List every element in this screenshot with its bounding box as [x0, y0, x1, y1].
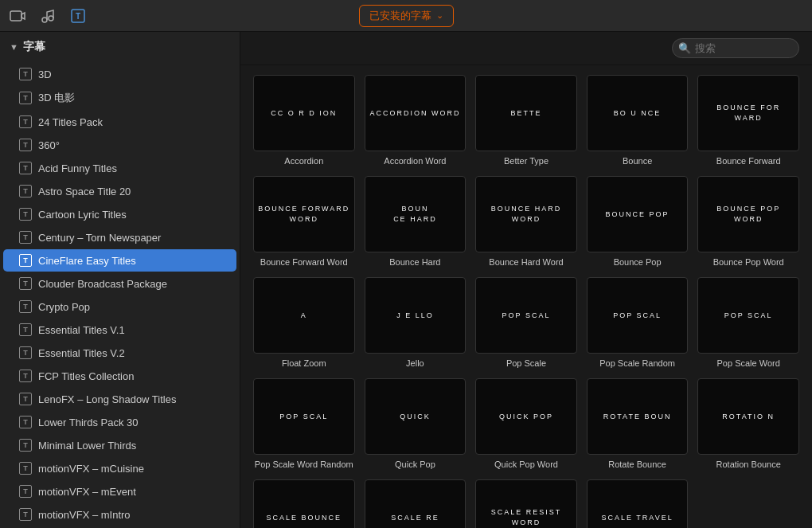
grid-item[interactable]: SCALE TRAVEL — [587, 479, 689, 528]
sidebar-item-11[interactable]: TEssential Titles V.1 — [3, 319, 236, 341]
t-icon: T — [19, 277, 32, 290]
main-content: ▼ 字幕 T3DT3D 电影T24 Titles PackT360°TAcid … — [0, 32, 812, 528]
grid-thumb: BO U NCE — [587, 75, 689, 151]
sidebar-item-18[interactable]: TmotionVFX – mEvent — [3, 480, 236, 503]
t-icon: T — [19, 162, 32, 174]
t-icon: T — [19, 92, 32, 104]
grid-item[interactable]: BETTEBetter Type — [475, 75, 577, 166]
thumb-preview-text: ACCORDION WORD — [366, 105, 463, 122]
installed-subtitles-dropdown[interactable]: 已安装的字幕 ⌄ — [359, 5, 454, 27]
sidebar-item-label: Lower Thirds Pack 30 — [38, 417, 139, 428]
sidebar-item-15[interactable]: TLower Thirds Pack 30 — [3, 411, 236, 433]
thumb-preview-text: ROTATE BOUN — [600, 409, 675, 425]
chevron-down-icon: ⌄ — [436, 10, 443, 21]
sidebar-item-16[interactable]: TMinimal Lower Thirds — [3, 434, 236, 456]
grid-thumb: J E LLO — [365, 277, 467, 354]
grid-item[interactable]: QUICK POPQuick Pop Word — [475, 378, 577, 470]
grid-item[interactable]: BOUNCE FOR WARDBounce Forward — [697, 75, 799, 166]
sidebar-item-label: Essential Titles V.1 — [38, 324, 125, 336]
grid-item-label: Bounce Hard Word — [475, 256, 577, 268]
thumb-preview-text: BOUNCE POP WORD — [698, 201, 798, 227]
grid-item-label: Float Zoom — [253, 358, 355, 369]
search-icon: 🔍 — [678, 42, 691, 54]
grid-item[interactable]: POP SCALPop Scale Word — [697, 277, 799, 369]
grid-item[interactable]: ROTATIO NRotation Bounce — [697, 378, 799, 470]
sidebar-item-label: Century – Torn Newspaper — [38, 232, 161, 244]
sidebar-item-13[interactable]: TFCP Titles Collection — [3, 365, 236, 387]
grid-item[interactable]: QUICKQuick Pop — [365, 378, 467, 470]
grid-thumb: SCALE TRAVEL — [587, 479, 689, 528]
t-icon: T — [19, 254, 32, 267]
grid-item[interactable]: BOUN CE HARDBounce Hard — [365, 176, 467, 268]
thumb-preview-text: BO U NCE — [611, 105, 665, 122]
thumb-preview-text: ROTATIO N — [719, 409, 778, 425]
grid-item[interactable]: CC O R D IONAccordion — [253, 75, 355, 166]
t-icon: T — [19, 300, 32, 313]
sidebar-collapse-arrow[interactable]: ▼ — [10, 42, 18, 52]
sidebar-item-label: Astro Space Title 20 — [38, 186, 131, 198]
grid-item[interactable]: J E LLOJello — [365, 277, 467, 369]
sidebar-item-label: Acid Funny Titles — [38, 162, 117, 174]
top-bar: T 已安装的字幕 ⌄ — [0, 0, 812, 32]
grid-item-label: Rotation Bounce — [697, 459, 799, 470]
thumb-preview-text: POP SCAL — [499, 307, 554, 324]
thumb-preview-text: SCALE BOUNCE — [264, 510, 345, 526]
thumb-preview-text: SCALE RE — [388, 510, 443, 526]
grid-item[interactable]: BOUNCE HARD WORDBounce Hard Word — [475, 176, 577, 268]
grid-item[interactable]: SCALE RE — [365, 479, 467, 528]
grid-thumb: ROTATIO N — [697, 378, 799, 455]
grid-thumb: SCALE RESIST WORD — [475, 479, 577, 528]
grid-item[interactable]: POP SCALPop Scale Word Random — [253, 378, 355, 470]
grid-item-label: Better Type — [475, 155, 577, 166]
grid-item-label: Bounce Pop — [587, 256, 689, 268]
t-icon: T — [19, 370, 32, 382]
sidebar-item-label: Clouder Broadcast Package — [38, 278, 167, 290]
grid-thumb: BOUNCE HARD WORD — [475, 176, 577, 252]
sidebar-item-12[interactable]: TEssential Titles V.2 — [3, 342, 236, 364]
sidebar-item-9[interactable]: TClouder Broadcast Package — [3, 272, 236, 295]
grid-item[interactable]: BOUNCE FORWARD WORDBounce Forward Word — [253, 176, 355, 268]
top-bar-icons: T — [6, 5, 89, 27]
grid-item[interactable]: SCALE RESIST WORD — [475, 479, 577, 528]
video-icon[interactable] — [6, 5, 29, 27]
thumb-preview-text: POP SCAL — [610, 307, 665, 324]
sidebar-item-10[interactable]: TCrypto Pop — [3, 295, 236, 318]
grid-item[interactable]: SCALE BOUNCE — [253, 479, 355, 528]
grid-item-label: Jello — [365, 358, 467, 369]
sidebar-item-19[interactable]: TmotionVFX – mIntro — [3, 503, 236, 526]
sidebar-item-1[interactable]: T3D 电影 — [3, 86, 236, 110]
grid-thumb: ROTATE BOUN — [587, 378, 689, 455]
sidebar-item-14[interactable]: TLenoFX – Long Shadow Titles — [3, 388, 236, 410]
sidebar-item-17[interactable]: TmotionVFX – mCuisine — [3, 457, 236, 479]
svg-text:T: T — [76, 12, 80, 21]
sidebar-item-label: motionVFX – mCuisine — [38, 463, 144, 475]
t-icon: T — [19, 323, 32, 336]
grid-thumb: SCALE BOUNCE — [253, 479, 355, 528]
grid-item[interactable]: ACCORDION WORDAccordion Word — [365, 75, 467, 166]
sidebar-item-8[interactable]: TCineFlare Easy Titles — [3, 249, 236, 272]
grid-item[interactable]: POP SCALPop Scale — [475, 277, 577, 369]
sidebar-item-4[interactable]: TAcid Funny Titles — [3, 157, 236, 179]
thumb-preview-text: CC O R D ION — [267, 105, 340, 122]
grid-item[interactable]: BOUNCE POP WORDBounce Pop Word — [697, 176, 799, 268]
grid-item-label: Accordion — [253, 155, 355, 166]
grid-item[interactable]: aFloat Zoom — [253, 277, 355, 369]
grid-item[interactable]: BO U NCEBounce — [587, 75, 689, 166]
thumb-preview-text: BETTE — [507, 105, 545, 122]
sidebar-item-3[interactable]: T360° — [3, 134, 236, 156]
sidebar-item-2[interactable]: T24 Titles Pack — [3, 111, 236, 133]
grid-item[interactable]: ROTATE BOUNRotate Bounce — [587, 378, 689, 470]
thumb-preview-text: a — [298, 307, 310, 324]
sidebar-item-7[interactable]: TCentury – Torn Newspaper — [3, 226, 236, 248]
t-icon: T — [19, 139, 32, 151]
music-icon[interactable] — [37, 5, 59, 27]
grid-item[interactable]: BOUNCE POPBounce Pop — [587, 176, 689, 268]
search-input[interactable] — [672, 38, 799, 58]
grid-item-label: Quick Pop Word — [475, 459, 577, 470]
grid-item-label: Pop Scale — [475, 358, 577, 369]
sidebar-item-6[interactable]: TCartoon Lyric Titles — [3, 203, 236, 225]
sidebar-item-0[interactable]: T3D — [3, 63, 236, 85]
titles-icon[interactable]: T — [67, 5, 89, 27]
grid-item[interactable]: POP SCALPop Scale Random — [587, 277, 689, 369]
sidebar-item-5[interactable]: TAstro Space Title 20 — [3, 180, 236, 202]
